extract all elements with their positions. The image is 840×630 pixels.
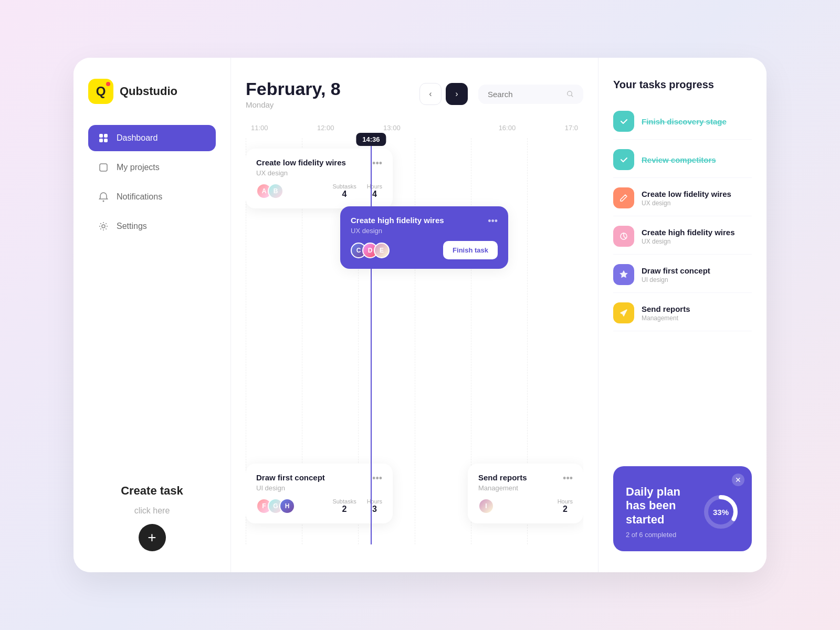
task-list-info-6: Send reports Management [642,304,752,322]
task-list-name-6: Send reports [642,304,752,313]
check-icon-1 [618,116,629,127]
timeline-container: 11:00 12:00 13:00 16:00 17:0 [246,124,583,551]
prev-arrow-button[interactable]: ‹ [419,83,442,105]
nav-arrows: ‹ › [419,83,468,105]
task-list-name-3: Create low fidelity wires [642,190,752,198]
task-icon-1 [613,111,634,132]
task-icon-5 [613,264,634,285]
subtasks-stat-3: Subtasks 2 [332,498,356,514]
avatar-1b: B [268,183,284,199]
date-day: Monday [246,100,409,109]
finish-task-button[interactable]: Finish task [443,241,498,259]
date-section: February, 8 Monday [246,79,409,109]
search-input[interactable] [488,90,561,99]
task-card-header-2: Create high fidelity wires UX design ••• [351,216,498,241]
list-item-3: Create low fidelity wires UX design [613,180,752,216]
logo-area: Q Qubstudio [88,79,216,104]
time-indicator: 14:36 [371,138,372,544]
list-item-6: Send reports Management [613,295,752,331]
task-list-name-1: Finish discovery stage [642,117,752,126]
task-menu-4[interactable]: ••• [563,473,573,484]
task-title-1: Create low fidelity wires [256,158,346,167]
avatar-3c: H [279,498,295,514]
subtasks-value-1: 4 [342,190,347,199]
svg-rect-0 [99,134,103,138]
hours-label-4: Hours [558,498,573,505]
svg-rect-3 [104,139,108,142]
task-card-header-4: Send reports Management ••• [478,473,573,498]
task-title-4: Send reports [478,473,527,482]
sidebar-bottom: Create task click here + [88,484,216,551]
create-task-button[interactable]: + [139,524,166,551]
avatars-3: F G H [256,498,295,514]
task-list-name-5: Draw first concept [642,266,752,275]
sidebar-item-notifications[interactable]: Notifications [88,184,216,210]
list-item-5: Draw first concept UI design [613,257,752,293]
time-label-1300: 13:00 [383,124,401,132]
task-list-name-4: Create high fidelity wires [642,228,752,237]
task-menu-1[interactable]: ••• [372,158,382,169]
check-icon-2 [618,154,629,165]
search-icon [566,90,574,98]
send-icon [618,308,629,318]
svg-rect-4 [100,164,107,171]
subtasks-stat-1: Subtasks 4 [332,183,356,199]
task-icon-3 [613,187,634,208]
sidebar-item-projects[interactable]: My projects [88,154,216,181]
daily-plan-body: Daily plan has been started 2 of 6 compl… [626,485,739,539]
task-subtitle-2: UX design [351,227,444,235]
time-label-1100: 11:00 [251,124,268,132]
task-title-2: Create high fidelity wires [351,216,444,225]
avatars-1: A B [256,183,284,199]
progress-percent: 33% [713,507,729,516]
daily-plan-sub: 2 of 6 completed [626,531,702,539]
list-item-4: Create high fidelity wires UX design [613,218,752,255]
list-item-1: Finish discovery stage [613,103,752,140]
avatars-4: I [478,498,494,514]
subtasks-label-1: Subtasks [332,183,356,190]
hours-label-3: Hours [367,498,382,505]
logo-q-letter: Q [96,84,106,99]
task-meta-3: F G H Subtasks 2 Hours 3 [256,498,382,514]
panel-title: Your tasks progress [613,79,752,91]
sidebar-projects-label: My projects [117,163,160,172]
hours-stat-1: Hours 4 [367,183,382,199]
sidebar-item-dashboard[interactable]: Dashboard [88,125,216,151]
dashboard-icon [98,132,109,144]
task-list: Finish discovery stage Review competitor… [613,103,752,456]
next-arrow-button[interactable]: › [446,83,468,105]
time-label-1200: 12:00 [317,124,334,132]
calendar-header: February, 8 Monday ‹ › [246,79,583,109]
hours-label-1: Hours [367,183,382,190]
task-menu-2[interactable]: ••• [488,216,498,227]
svg-point-6 [102,225,105,228]
settings-icon [98,220,109,232]
daily-plan-card: ✕ Daily plan has been started 2 of 6 com… [613,466,752,551]
app-name: Qubstudio [120,85,177,98]
task-icon-6 [613,302,634,323]
hours-stat-3: Hours 3 [367,498,382,514]
grid-col-4 [415,138,471,544]
task-title-3: Draw first concept [256,473,325,482]
create-task-sub: click here [134,506,170,516]
hours-value-3: 3 [372,505,377,514]
projects-icon [98,162,109,173]
daily-plan-close-button[interactable]: ✕ [732,474,744,486]
sidebar-item-settings[interactable]: Settings [88,213,216,239]
timeline-body: 14:36 Create low fidelity wires UX desig… [246,138,583,544]
sidebar-dashboard-label: Dashboard [117,133,158,143]
task-list-cat-5: UI design [642,276,752,284]
create-task-label: Create task [121,484,183,498]
pie-icon [618,231,629,242]
avatar-4a: I [478,498,494,514]
sidebar-settings-label: Settings [117,222,147,231]
search-box[interactable] [478,85,583,104]
meta-stats-1: Subtasks 4 Hours 4 [332,183,382,199]
subtasks-value-3: 2 [342,505,347,514]
task-icon-4 [613,226,634,247]
task-menu-3[interactable]: ••• [372,473,382,484]
subtasks-label-3: Subtasks [332,498,356,505]
task-subtitle-4: Management [478,484,527,492]
task-list-cat-4: UX design [642,238,752,245]
task-icon-2 [613,149,634,170]
